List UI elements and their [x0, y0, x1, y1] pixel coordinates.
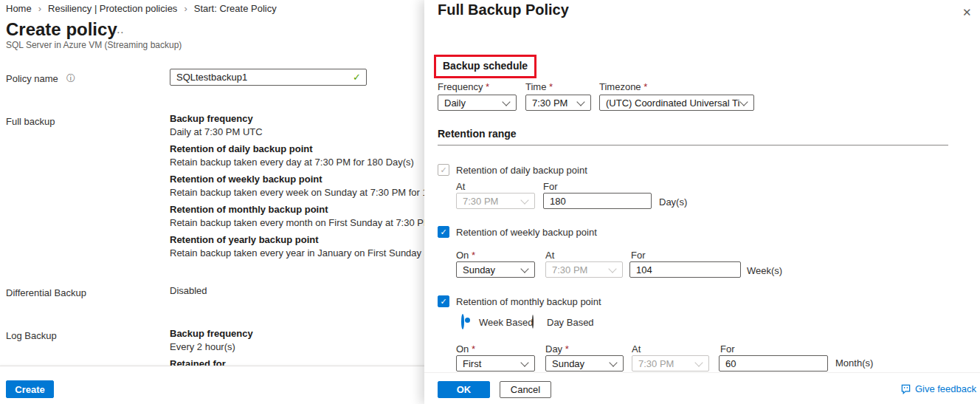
chevron-down-icon — [503, 99, 510, 106]
breadcrumb-item-protection-policies[interactable]: Resiliency | Protection policies — [48, 3, 177, 14]
weekly-on-label-text: On — [456, 250, 469, 261]
summary-row: Retention of weekly backup point Retain … — [170, 174, 424, 198]
info-icon[interactable]: ⓘ — [66, 72, 75, 85]
chevron-down-icon — [521, 360, 528, 367]
summary-heading: Retention of weekly backup point — [170, 174, 424, 185]
daily-for-field-wrap — [543, 193, 652, 209]
weekly-at-dropdown: 7:30 PM — [545, 261, 623, 278]
chevron-down-icon — [577, 99, 584, 106]
give-feedback-label: Give feedback — [915, 383, 976, 394]
monthly-at-dropdown: 7:30 PM — [632, 355, 709, 372]
feedback-icon — [900, 383, 911, 394]
give-feedback-link[interactable]: Give feedback — [900, 383, 976, 394]
week-based-radio[interactable] — [461, 314, 464, 329]
weekly-unit-label: Week(s) — [747, 265, 782, 276]
full-backup-policy-panel: Full Backup Policy ✕ Backup schedule Fre… — [424, 0, 980, 404]
monthly-on-label-text: On — [456, 343, 469, 355]
valid-check-icon: ✓ — [353, 72, 361, 83]
timezone-label-text: Timezone — [599, 81, 641, 92]
monthly-for-label: For — [720, 343, 735, 355]
timezone-value: (UTC) Coordinated Universal Time — [606, 97, 740, 109]
close-icon[interactable]: ✕ — [962, 6, 972, 19]
create-button[interactable]: Create — [6, 380, 54, 398]
daily-at-label: At — [456, 181, 465, 192]
monthly-at-value: 7:30 PM — [638, 358, 674, 369]
checkbox-check-icon: ✓ — [440, 166, 446, 174]
week-based-label: Week Based — [479, 317, 533, 328]
cancel-button[interactable]: Cancel — [500, 381, 551, 398]
timezone-label: Timezone * — [599, 81, 647, 92]
monthly-retention-label: Retention of monthly backup point — [456, 296, 601, 307]
log-backup-label: Log Backup — [6, 330, 57, 341]
summary-heading: Retention of monthly backup point — [170, 204, 424, 215]
breadcrumb-item-create-policy[interactable]: Start: Create Policy — [194, 3, 277, 14]
summary-value: Daily at 7:30 PM UTC — [170, 126, 424, 137]
differential-backup-label: Differential Backup — [6, 287, 86, 298]
policy-name-label: Policy name — [6, 73, 58, 84]
monthly-retention-checkbox[interactable]: ✓ — [438, 295, 449, 307]
summary-row: Backup frequency Every 2 hour(s) — [170, 328, 424, 352]
monthly-day-label: Day * — [545, 343, 569, 355]
timezone-dropdown[interactable]: (UTC) Coordinated Universal Time — [599, 95, 754, 111]
summary-value: Retain backup taken every day at 7:30 PM… — [170, 157, 424, 168]
summary-value: Retain backup taken every week on Sunday… — [170, 187, 424, 198]
checkbox-check-icon: ✓ — [440, 228, 446, 236]
page-subtitle: SQL Server in Azure VM (Streaming backup… — [6, 40, 182, 50]
checkbox-check-icon: ✓ — [440, 298, 446, 306]
monthly-on-value: First — [463, 358, 481, 369]
monthly-on-dropdown[interactable]: First — [456, 355, 535, 372]
panel-title: Full Backup Policy — [438, 1, 569, 18]
frequency-label-text: Frequency — [438, 81, 483, 92]
monthly-for-field-wrap — [719, 355, 828, 372]
daily-unit-label: Day(s) — [659, 196, 687, 208]
daily-retention-checkbox: ✓ — [438, 164, 449, 176]
summary-heading: Backup frequency — [170, 328, 424, 339]
required-asterisk: * — [565, 343, 569, 355]
weekly-at-label: At — [545, 250, 554, 261]
time-dropdown[interactable]: 7:30 PM — [525, 95, 591, 111]
required-asterisk: * — [472, 343, 475, 355]
weekly-on-dropdown[interactable]: Sunday — [456, 261, 535, 278]
chevron-down-icon — [610, 360, 617, 367]
more-icon[interactable]: ... — [113, 23, 125, 35]
time-label-text: Time — [525, 81, 546, 92]
daily-for-input[interactable] — [543, 193, 652, 209]
chevron-down-icon — [740, 99, 748, 106]
monthly-on-label: On * — [456, 343, 475, 355]
day-based-radio[interactable] — [532, 315, 534, 329]
app-root: Home › Resiliency | Protection policies … — [0, 0, 980, 404]
differential-backup-value: Disabled — [170, 285, 207, 296]
monthly-for-input[interactable] — [719, 355, 828, 372]
required-asterisk: * — [486, 81, 489, 92]
summary-value: Retain backup taken every year in Januar… — [170, 247, 424, 259]
summary-row: Backup frequency Daily at 7:30 PM UTC — [170, 113, 424, 137]
chevron-down-icon — [609, 266, 616, 273]
left-footer: Create — [0, 366, 424, 404]
monthly-day-dropdown[interactable]: Sunday — [545, 355, 624, 372]
frequency-value: Daily — [444, 97, 466, 109]
summary-heading: Backup frequency — [170, 113, 424, 124]
retention-range-heading: Retention range — [438, 128, 517, 140]
chevron-right-icon: › — [184, 3, 187, 14]
monthly-unit-label: Month(s) — [835, 357, 873, 369]
policy-name-input[interactable] — [170, 69, 367, 86]
summary-row: Retention of monthly backup point Retain… — [170, 204, 424, 228]
divider — [438, 145, 948, 145]
required-asterisk: * — [643, 81, 647, 92]
time-label: Time * — [525, 81, 553, 92]
ok-button[interactable]: OK — [438, 381, 490, 398]
weekly-retention-checkbox[interactable]: ✓ — [438, 226, 449, 238]
breadcrumb-item-home[interactable]: Home — [6, 3, 32, 14]
chevron-down-icon — [521, 266, 528, 273]
weekly-retention-label: Retention of weekly backup point — [456, 227, 597, 238]
time-value: 7:30 PM — [532, 97, 567, 109]
frequency-dropdown[interactable]: Daily — [438, 95, 517, 111]
frequency-label: Frequency * — [438, 81, 489, 92]
chevron-right-icon: › — [38, 3, 41, 14]
weekly-for-input[interactable] — [629, 261, 741, 278]
summary-value: Retain backup taken every month on First… — [170, 217, 424, 228]
weekly-for-field-wrap — [629, 261, 741, 278]
daily-at-value: 7:30 PM — [463, 196, 498, 207]
daily-retention-label: Retention of daily backup point — [456, 165, 587, 176]
required-asterisk: * — [472, 250, 475, 261]
